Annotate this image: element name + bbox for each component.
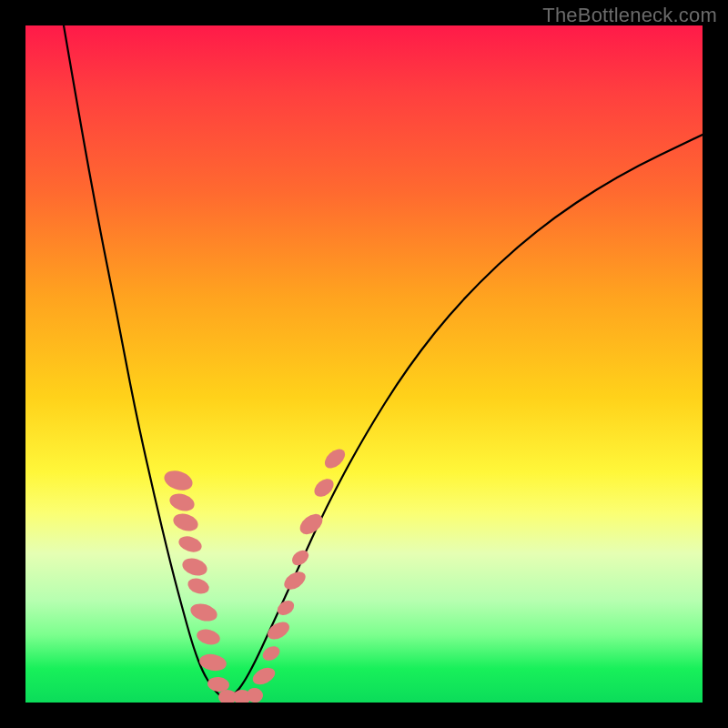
bead-left-0 bbox=[162, 468, 196, 494]
bead-left-1 bbox=[167, 490, 197, 514]
beads-layer bbox=[162, 445, 349, 703]
plot-area bbox=[25, 25, 703, 703]
chart-frame: TheBottleneck.com bbox=[0, 0, 728, 728]
bead-right-8 bbox=[321, 445, 349, 471]
watermark-text: TheBottleneck.com bbox=[542, 4, 717, 27]
bead-right-3 bbox=[275, 598, 297, 618]
bead-right-2 bbox=[265, 619, 293, 643]
chart-svg bbox=[25, 25, 703, 703]
bead-left-7 bbox=[195, 627, 221, 647]
bead-left-3 bbox=[177, 533, 204, 554]
curve-layer bbox=[64, 25, 703, 698]
bead-left-6 bbox=[188, 601, 219, 624]
bead-left-5 bbox=[186, 576, 211, 597]
bead-right-6 bbox=[296, 510, 326, 538]
bead-right-1 bbox=[260, 643, 282, 663]
bead-left-4 bbox=[180, 555, 209, 579]
bottleneck-curve bbox=[64, 25, 703, 698]
bead-left-2 bbox=[171, 511, 200, 534]
bead-right-0 bbox=[250, 664, 278, 688]
bead-right-4 bbox=[281, 568, 309, 593]
